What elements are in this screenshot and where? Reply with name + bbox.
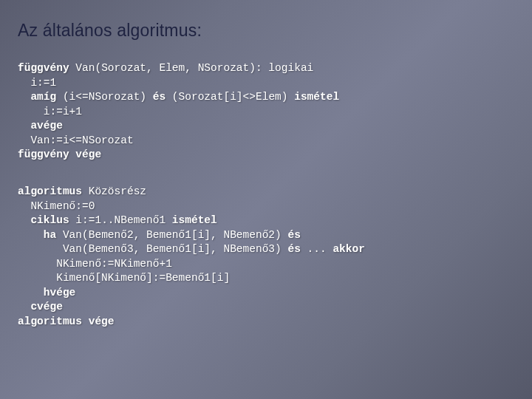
kw-ciklus: ciklus (18, 214, 69, 226)
code-text: Kimenő[NKimenő]:=Bemenő1[i] (18, 272, 230, 284)
kw-avege: avége (18, 120, 63, 132)
code-text: NKimenő:=NKimenő+1 (18, 258, 172, 270)
code-text: NKimenő:=0 (18, 200, 95, 212)
code-text: Közösrész (82, 185, 146, 197)
code-text: i:=i+1 (18, 106, 82, 117)
kw-ismetel: ismétel (172, 214, 217, 226)
kw-es: és (287, 243, 300, 255)
kw-cvege: cvége (18, 301, 63, 313)
kw-akkor: akkor (332, 243, 365, 255)
code-text: Van:=i<=NSorozat (18, 134, 134, 146)
kw-es: és (287, 229, 300, 241)
code-block-2: algoritmus Közösrész NKimenő:=0 ciklus i… (18, 185, 514, 330)
code-text: Van(Bemenő2, Bemenő1[i], NBemenő2) (56, 229, 287, 241)
slide-container: Az általános algoritmus: függvény Van(So… (0, 0, 532, 399)
kw-algoritmus-vege: algoritmus vége (18, 316, 115, 327)
code-text: ... (301, 243, 333, 255)
kw-amig: amíg (18, 91, 56, 103)
kw-ha: ha (18, 229, 56, 241)
code-text: i:=1..NBemenő1 (69, 214, 172, 226)
code-text: Van(Sorozat, Elem, NSorozat): logikai (69, 62, 314, 74)
kw-hvege: hvége (18, 287, 75, 299)
code-text: (Sorozat[i]<>Elem) (166, 91, 294, 103)
kw-fuggveny: függvény (18, 62, 69, 74)
kw-ismetel: ismétel (294, 91, 339, 103)
code-text: (i<=NSorozat) (56, 91, 153, 103)
code-text: i:=1 (18, 77, 56, 89)
kw-algoritmus: algoritmus (18, 185, 82, 197)
code-text: Van(Bemenő3, Bemenő1[i], NBemenő3) (18, 243, 287, 255)
kw-fuggveny-vege: függvény vége (18, 149, 101, 160)
kw-es: és (153, 91, 166, 103)
code-block-1: függvény Van(Sorozat, Elem, NSorozat): l… (18, 61, 514, 163)
slide-title: Az általános algoritmus: (18, 21, 514, 41)
